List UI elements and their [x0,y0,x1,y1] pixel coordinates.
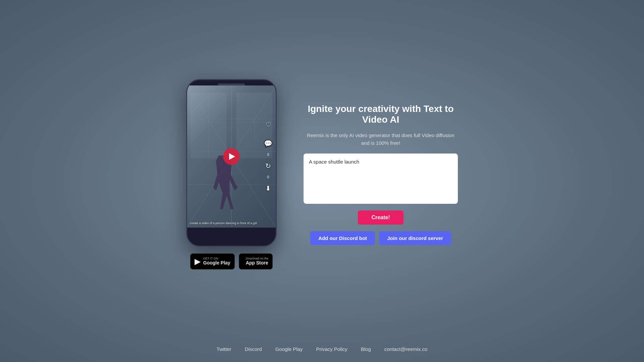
footer-link-blog[interactable]: Blog [361,346,371,352]
google-play-badge[interactable]: ▶ GET IT ON Google Play [190,253,235,269]
create-button[interactable]: Create! [358,210,403,225]
join-discord-server-button[interactable]: Join our discord server [379,231,451,245]
discord-buttons: Add our Discord bot Join our discord ser… [304,231,458,245]
prompt-input[interactable] [304,154,458,204]
phone-overlay-ui: ♡ 💬 0 ↻ 0 ⬇ [264,121,272,192]
app-store-badge[interactable]: Download on the App Store [239,253,273,269]
phone-video-background: ♡ 💬 0 ↻ 0 ⬇ create a video of a person d… [187,85,276,228]
footer-link-google-play[interactable]: Google Play [275,346,303,352]
main-content: ♡ 💬 0 ↻ 0 ⬇ create a video of a person d… [186,79,458,269]
comment-icon[interactable]: 💬 [264,139,272,147]
refresh-icon[interactable]: ↻ [265,162,271,170]
heart-icon[interactable]: ♡ [265,121,271,129]
google-play-label: Google Play [203,260,230,266]
hero-title: Ignite your creativity with Text to Vide… [304,104,458,125]
download-icon[interactable]: ⬇ [265,184,271,192]
google-play-text: GET IT ON Google Play [203,257,230,266]
footer-link-contact[interactable]: contact@reemix.co [384,346,428,352]
add-discord-bot-button[interactable]: Add our Discord bot [310,231,375,245]
phone-container: ♡ 💬 0 ↻ 0 ⬇ create a video of a person d… [186,79,277,269]
store-badges: ▶ GET IT ON Google Play Download on the … [190,253,273,269]
phone-screen: ♡ 💬 0 ↻ 0 ⬇ create a video of a person d… [187,85,276,228]
hero-subtitle: Reemix is the only AI video generator th… [304,132,458,147]
footer-link-privacy-policy[interactable]: Privacy Policy [316,346,347,352]
app-store-label: App Store [246,260,269,266]
app-store-prelabel: Download on the [246,257,269,260]
play-icon [229,153,235,160]
phone-mockup: ♡ 💬 0 ↻ 0 ⬇ create a video of a person d… [186,79,277,247]
footer-link-twitter[interactable]: Twitter [217,346,231,352]
phone-caption: create a video of a person dancing in fr… [190,222,273,225]
app-store-text: Download on the App Store [246,257,269,266]
right-panel: Ignite your creativity with Text to Vide… [304,104,458,245]
play-button[interactable] [223,148,240,165]
google-play-icon: ▶ [195,257,201,266]
footer: Twitter Discord Google Play Privacy Poli… [0,346,644,352]
google-play-prelabel: GET IT ON [203,257,230,260]
footer-link-discord[interactable]: Discord [245,346,262,352]
